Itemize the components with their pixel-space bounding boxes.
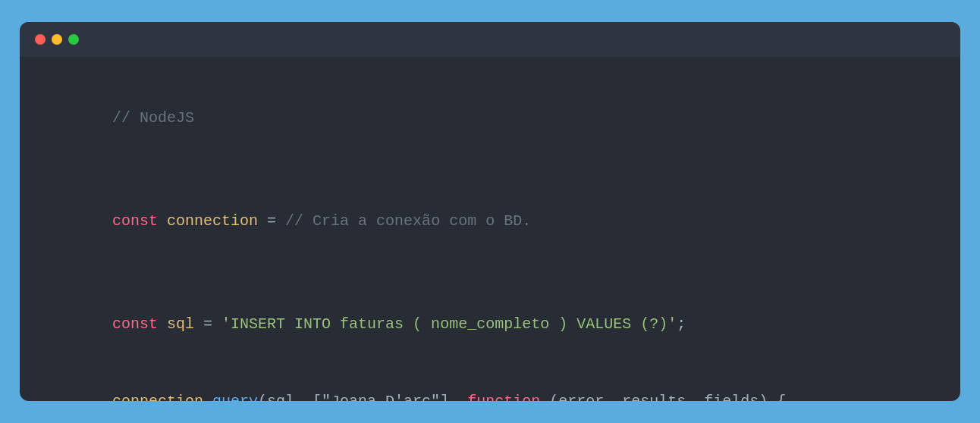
connection-comment: // Cria a conexão com o BD. (285, 212, 531, 230)
sql-var: sql (167, 315, 194, 333)
sql-semi: ; (677, 315, 686, 333)
sql-string: 'INSERT INTO faturas ( nome_completo ) V… (221, 315, 677, 333)
const-keyword-1: const (112, 212, 158, 230)
titlebar (20, 22, 960, 57)
close-button[interactable] (35, 34, 46, 45)
equals-op-2: = (194, 315, 221, 333)
code-editor: // NodeJS const connection = // Cria a c… (20, 57, 960, 401)
connection-var: connection (167, 212, 258, 230)
blank-line-1 (58, 157, 922, 183)
minimize-button[interactable] (52, 34, 62, 45)
connection-obj: connection (112, 393, 203, 401)
sql-line: const sql = 'INSERT INTO faturas ( nome_… (58, 286, 922, 363)
query-args: (sql, ["Joana D'arc"], (258, 393, 467, 401)
equals-op-1: = (258, 212, 285, 230)
blank-line-2 (58, 260, 922, 286)
nodejs-comment: // NodeJS (112, 109, 194, 127)
query-line: connection.query(sql, ["Joana D'arc"], f… (58, 363, 922, 401)
query-method: query (212, 393, 258, 401)
connection-line: const connection = // Cria a conexão com… (58, 183, 922, 260)
query-params: (error, results, fields) { (540, 393, 786, 401)
maximize-button[interactable] (68, 34, 79, 45)
function-keyword: function (467, 393, 540, 401)
code-window: // NodeJS const connection = // Cria a c… (20, 22, 960, 401)
const-keyword-2: const (112, 315, 158, 333)
comment-line: // NodeJS (58, 80, 922, 157)
